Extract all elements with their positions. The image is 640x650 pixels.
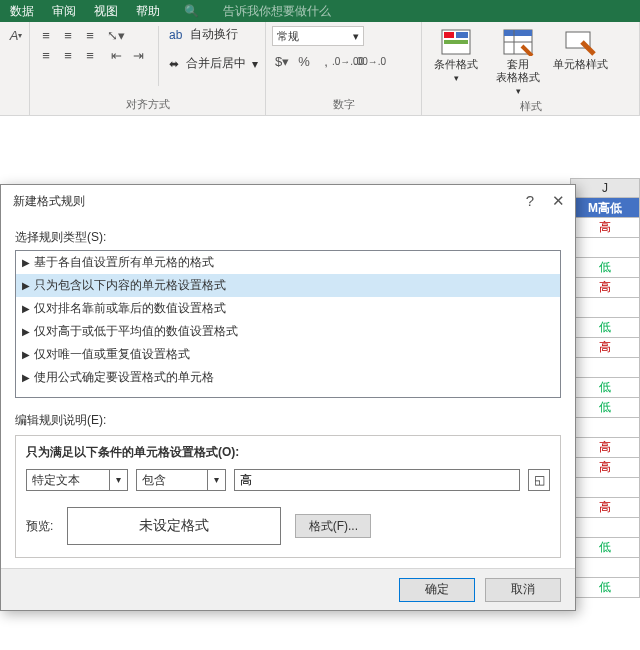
align-group-label: 对齐方式	[36, 95, 259, 115]
tell-me-input[interactable]: 告诉我你想要做什么	[223, 3, 331, 20]
operator-select[interactable]: 包含 ▾	[136, 469, 226, 491]
font-style-icon[interactable]: A▾	[6, 26, 26, 44]
cell[interactable]: 高	[570, 438, 640, 458]
merge-center-button[interactable]: ⬌ 合并后居中 ▾	[169, 55, 258, 72]
cell[interactable]: 低	[570, 578, 640, 598]
conditional-format-icon	[440, 28, 472, 56]
preview-label: 预览:	[26, 518, 53, 535]
format-table-button[interactable]: 套用 表格格式▾	[490, 26, 546, 97]
arrow-icon: ▶	[22, 326, 30, 337]
dec-decimal-icon[interactable]: .00→.0	[360, 52, 380, 70]
cancel-button[interactable]: 取消	[485, 578, 561, 602]
cell[interactable]: 低	[570, 538, 640, 558]
percent-icon[interactable]: %	[294, 52, 314, 70]
cell[interactable]	[570, 238, 640, 258]
style-group-label: 样式	[428, 97, 633, 117]
tab-data[interactable]: 数据	[10, 3, 34, 20]
indent-dec-icon[interactable]: ⇤	[106, 46, 126, 64]
rule-type-item[interactable]: ▶仅对高于或低于平均值的数值设置格式	[16, 320, 560, 343]
cell[interactable]: 高	[570, 338, 640, 358]
cell-styles-icon	[564, 28, 596, 56]
arrow-icon: ▶	[22, 349, 30, 360]
arrow-icon: ▶	[22, 303, 30, 314]
cell[interactable]: 低	[570, 318, 640, 338]
edit-rule-desc-label: 编辑规则说明(E):	[15, 412, 561, 429]
number-group-label: 数字	[272, 95, 415, 115]
tab-review[interactable]: 审阅	[52, 3, 76, 20]
cell[interactable]: 低	[570, 258, 640, 278]
arrow-icon: ▶	[22, 372, 30, 383]
ribbon: A▾ ≡ ≡ ≡ ≡ ≡ ≡ ⤡▾	[0, 22, 640, 116]
conditional-format-button[interactable]: 条件格式▾	[428, 26, 484, 97]
dialog-titlebar[interactable]: 新建格式规则 ? ✕	[1, 185, 575, 217]
number-format-value: 常规	[277, 29, 299, 44]
rule-type-item[interactable]: ▶仅对唯一值或重复值设置格式	[16, 343, 560, 366]
rule-type-text: 使用公式确定要设置格式的单元格	[34, 369, 214, 386]
orientation-icon[interactable]: ⤡▾	[106, 26, 126, 44]
cell[interactable]	[570, 478, 640, 498]
chevron-down-icon: ▾	[207, 470, 225, 490]
svg-rect-1	[444, 32, 454, 38]
rule-type-item[interactable]: ▶只为包含以下内容的单元格设置格式	[16, 274, 560, 297]
cell[interactable]	[570, 418, 640, 438]
cell[interactable]: 高	[570, 218, 640, 238]
wrap-text-button[interactable]: ab 自动换行	[169, 26, 258, 43]
indent-inc-icon[interactable]: ⇥	[128, 46, 148, 64]
condition-value-input[interactable]	[234, 469, 520, 491]
align-center-icon[interactable]: ≡	[58, 46, 78, 64]
cell[interactable]: 高	[570, 278, 640, 298]
header-cell[interactable]: M高低	[570, 198, 640, 218]
align-bottom-icon[interactable]: ≡	[80, 26, 100, 44]
cell[interactable]: 高	[570, 458, 640, 478]
rule-type-item[interactable]: ▶使用公式确定要设置格式的单元格	[16, 366, 560, 389]
rule-type-text: 仅对高于或低于平均值的数值设置格式	[34, 323, 238, 340]
align-top-icon[interactable]: ≡	[36, 26, 56, 44]
rule-type-item[interactable]: ▶仅对排名靠前或靠后的数值设置格式	[16, 297, 560, 320]
cell[interactable]	[570, 298, 640, 318]
cell[interactable]	[570, 358, 640, 378]
cell[interactable]	[570, 518, 640, 538]
help-icon[interactable]: ?	[526, 192, 534, 210]
new-format-rule-dialog: 新建格式规则 ? ✕ 选择规则类型(S): ▶基于各自值设置所有单元格的格式▶只…	[0, 184, 576, 611]
cell[interactable]: 高	[570, 498, 640, 518]
rule-type-text: 只为包含以下内容的单元格设置格式	[34, 277, 226, 294]
close-icon[interactable]: ✕	[552, 192, 565, 210]
condition-type-select[interactable]: 特定文本 ▾	[26, 469, 128, 491]
wrap-text-label: 自动换行	[190, 26, 238, 43]
svg-rect-3	[444, 40, 468, 44]
cell-styles-button[interactable]: 单元格样式	[552, 26, 608, 97]
number-format-select[interactable]: 常规▾	[272, 26, 364, 46]
ok-button[interactable]: 确定	[399, 578, 475, 602]
format-button[interactable]: 格式(F)...	[295, 514, 371, 538]
cell[interactable]: 低	[570, 398, 640, 418]
cell[interactable]: 低	[570, 378, 640, 398]
worksheet[interactable]: J M高低 高低高低高低低高高高低低 新建格式规则 ? ✕ 选择规则类型(S):…	[0, 116, 640, 650]
column-header-j[interactable]: J	[570, 178, 640, 198]
align-left-icon[interactable]: ≡	[36, 46, 56, 64]
chevron-down-icon: ▾	[109, 470, 127, 490]
align-right-icon[interactable]: ≡	[80, 46, 100, 64]
tab-view[interactable]: 视图	[94, 3, 118, 20]
rule-type-text: 仅对唯一值或重复值设置格式	[34, 346, 190, 363]
conditional-format-label: 条件格式	[434, 58, 478, 71]
cell[interactable]	[570, 558, 640, 578]
operator-value: 包含	[137, 472, 207, 489]
cell-styles-label: 单元格样式	[553, 58, 608, 71]
svg-rect-2	[456, 32, 468, 38]
condition-type-value: 特定文本	[27, 472, 109, 489]
rule-type-text: 仅对排名靠前或靠后的数值设置格式	[34, 300, 226, 317]
merge-label: 合并后居中	[186, 55, 246, 72]
dialog-title: 新建格式规则	[13, 193, 85, 210]
align-middle-icon[interactable]: ≡	[58, 26, 78, 44]
dialog-footer: 确定 取消	[1, 568, 575, 610]
rule-type-item[interactable]: ▶基于各自值设置所有单元格的格式	[16, 251, 560, 274]
tab-help[interactable]: 帮助	[136, 3, 160, 20]
range-selector-icon[interactable]: ◱	[528, 469, 550, 491]
arrow-icon: ▶	[22, 280, 30, 291]
rule-type-list[interactable]: ▶基于各自值设置所有单元格的格式▶只为包含以下内容的单元格设置格式▶仅对排名靠前…	[15, 250, 561, 398]
format-table-icon	[502, 28, 534, 56]
ribbon-tabs: 数据 审阅 视图 帮助 🔍 告诉我你想要做什么	[0, 0, 640, 22]
currency-icon[interactable]: $▾	[272, 52, 292, 70]
svg-rect-5	[504, 30, 532, 36]
arrow-icon: ▶	[22, 257, 30, 268]
